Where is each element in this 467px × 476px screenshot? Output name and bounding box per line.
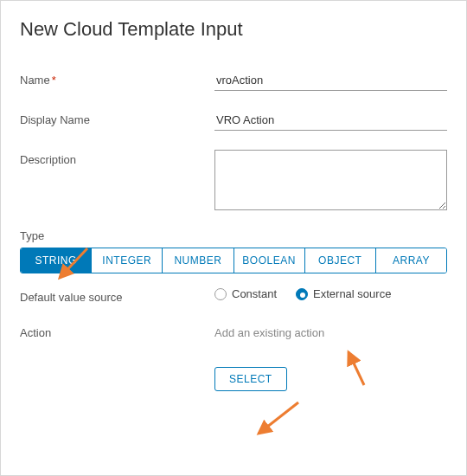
tab-integer[interactable]: INTEGER <box>91 248 162 273</box>
arrow-icon <box>338 347 380 389</box>
radio-external-label: External source <box>313 287 391 300</box>
display-name-label: Display Name <box>20 110 214 126</box>
default-source-label: Default value source <box>20 287 214 304</box>
arrow-icon <box>252 399 304 441</box>
tab-number[interactable]: NUMBER <box>162 248 233 273</box>
radio-external[interactable]: External source <box>296 287 391 300</box>
type-tabs: STRING INTEGER NUMBER BOOLEAN OBJECT ARR… <box>20 248 447 273</box>
radio-dot-icon <box>214 288 227 300</box>
display-name-field[interactable] <box>214 110 447 131</box>
description-label: Description <box>20 150 214 166</box>
name-field[interactable] <box>214 70 447 91</box>
page-title: New Cloud Template Input <box>20 18 447 41</box>
type-label: Type <box>20 229 447 242</box>
radio-constant-label: Constant <box>232 287 277 300</box>
action-placeholder: Add an existing action <box>214 323 447 339</box>
radio-dot-icon <box>296 288 308 300</box>
action-label: Action <box>20 323 214 339</box>
tab-array[interactable]: ARRAY <box>375 248 446 273</box>
tab-string[interactable]: STRING <box>21 248 91 273</box>
select-button[interactable]: SELECT <box>214 367 287 391</box>
tab-boolean[interactable]: BOOLEAN <box>234 248 304 273</box>
name-label: Name* <box>20 70 214 87</box>
tab-object[interactable]: OBJECT <box>304 248 375 273</box>
radio-constant[interactable]: Constant <box>214 287 277 300</box>
required-indicator-icon: * <box>52 74 56 87</box>
description-field[interactable] <box>214 150 447 210</box>
